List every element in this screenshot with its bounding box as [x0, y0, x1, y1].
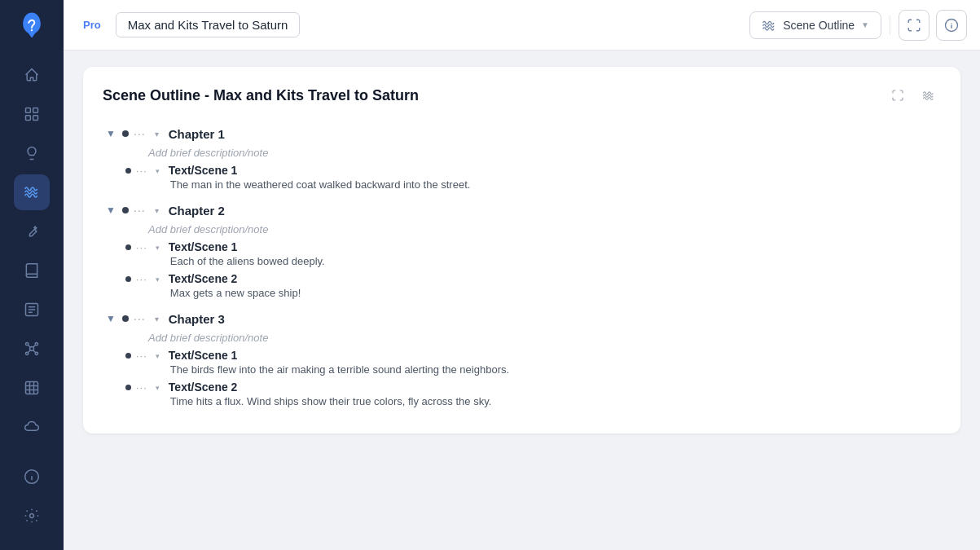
scene-outline-dropdown-button[interactable]: Scene Outline ▼ — [749, 11, 881, 39]
app-logo[interactable] — [16, 10, 47, 41]
scene-2-2-more-button[interactable]: ··· — [134, 273, 149, 285]
scene-3-1-label: Text/Scene 1 — [169, 349, 509, 362]
svg-point-0 — [31, 29, 33, 31]
topbar-divider — [890, 15, 890, 35]
svg-point-10 — [26, 343, 29, 345]
scene-3-1-more-button[interactable]: ··· — [134, 350, 149, 362]
scene-1-1-label: Text/Scene 1 — [169, 164, 471, 177]
scene-1-1-dot — [125, 168, 131, 174]
chapter-2-scene-2-row: ··· ▾ Text/Scene 2 Max gets a new space … — [103, 269, 941, 301]
chapter-3-dropdown-button[interactable]: ▾ — [151, 312, 164, 325]
sidebar-item-note[interactable] — [14, 292, 50, 328]
scene-2-1-text: Each of the aliens bowed deeply. — [169, 255, 325, 267]
svg-point-12 — [26, 352, 29, 354]
waves-icon — [762, 18, 776, 33]
svg-point-11 — [35, 343, 37, 345]
sidebar-item-book[interactable] — [14, 253, 50, 288]
scene-1-1-more-button[interactable]: ··· — [134, 165, 149, 177]
chapter-2-dropdown-button[interactable]: ▾ — [151, 204, 164, 217]
svg-line-16 — [29, 350, 31, 353]
chapter-3-collapse-button[interactable]: ▼ — [103, 310, 119, 327]
scene-3-2-content: Text/Scene 2 Time hits a flux. Wind ship… — [169, 381, 491, 407]
chapter-2-description[interactable]: Add brief description/note — [148, 223, 268, 235]
chapter-2-scene-1-row: ··· ▾ Text/Scene 1 Each of the aliens bo… — [103, 237, 941, 269]
chapter-3-scene-2-row: ··· ▾ Text/Scene 2 Time hits a flux. Win… — [103, 377, 941, 409]
dropdown-chevron-icon: ▼ — [861, 20, 869, 29]
chapter-3-label: Chapter 3 — [169, 312, 225, 326]
content-area: Scene Outline - Max and Kits Travel to S… — [64, 51, 980, 550]
card-header: Scene Outline - Max and Kits Travel to S… — [103, 83, 941, 108]
sidebar-item-nodes[interactable] — [14, 331, 50, 367]
sidebar-item-home[interactable] — [14, 57, 50, 93]
scene-3-1-dropdown-button[interactable]: ▾ — [152, 350, 164, 362]
outline-tree: ▼ ··· ▾ Chapter 1 Add brief description/… — [103, 122, 941, 409]
chapter-1-dropdown-button[interactable]: ▾ — [151, 127, 164, 140]
sidebar-item-pen[interactable] — [14, 213, 50, 249]
scene-2-1-dropdown-button[interactable]: ▾ — [152, 242, 164, 253]
chapter-1-collapse-button[interactable]: ▼ — [103, 125, 119, 142]
sidebar-item-settings[interactable] — [14, 498, 50, 534]
svg-point-13 — [35, 352, 37, 354]
chapter-1-dot — [122, 130, 129, 137]
chapter-1-more-button[interactable]: ··· — [132, 127, 147, 140]
scene-2-1-more-button[interactable]: ··· — [134, 241, 149, 253]
chapter-1-label: Chapter 1 — [169, 127, 225, 141]
info-button[interactable] — [936, 10, 967, 41]
sidebar-navigation — [14, 57, 50, 459]
sidebar — [0, 0, 64, 550]
chapter-1-scene-1-row: ··· ▾ Text/Scene 1 The man in the weathe… — [103, 161, 941, 192]
chapter-3-description-row: Add brief description/note — [103, 330, 941, 345]
chapter-3-more-button[interactable]: ··· — [132, 312, 147, 325]
scene-2-1-dot — [125, 244, 131, 250]
chapter-2-label: Chapter 2 — [169, 204, 225, 218]
document-title[interactable]: Max and Kits Travel to Saturn — [116, 12, 301, 37]
svg-line-17 — [33, 350, 36, 353]
scene-2-1-label: Text/Scene 1 — [169, 240, 325, 253]
svg-rect-18 — [26, 382, 38, 394]
chapter-row-2: ▼ ··· ▾ Chapter 2 — [103, 199, 941, 222]
chapter-2-description-row: Add brief description/note — [103, 222, 941, 237]
gap-2 — [103, 301, 941, 307]
scene-outline-label: Scene Outline — [783, 19, 855, 32]
scene-1-1-dropdown-button[interactable]: ▾ — [152, 165, 164, 177]
svg-rect-2 — [33, 108, 38, 113]
scene-1-1-content: Text/Scene 1 The man in the weathered co… — [169, 164, 471, 191]
gap-1 — [103, 192, 941, 199]
scene-3-2-dropdown-button[interactable]: ▾ — [152, 382, 164, 394]
sidebar-item-table[interactable] — [14, 370, 50, 406]
fullscreen-button[interactable] — [899, 10, 929, 41]
sidebar-item-waves[interactable] — [14, 174, 50, 210]
scene-2-2-label: Text/Scene 2 — [169, 272, 301, 285]
card-expand-button[interactable] — [886, 83, 910, 108]
scene-3-2-more-button[interactable]: ··· — [134, 381, 149, 394]
chapter-2-collapse-button[interactable]: ▼ — [103, 202, 119, 218]
scene-3-1-dot — [125, 353, 131, 359]
sidebar-item-cloud[interactable] — [14, 409, 50, 445]
sidebar-item-grid[interactable] — [14, 96, 50, 132]
svg-rect-4 — [33, 116, 38, 121]
card-waves-button[interactable] — [916, 83, 941, 108]
scene-3-1-text: The birds flew into the air making a ter… — [169, 363, 509, 376]
svg-line-15 — [33, 345, 36, 348]
chapter-3-description[interactable]: Add brief description/note — [148, 332, 268, 344]
scene-2-2-dropdown-button[interactable]: ▾ — [152, 274, 164, 285]
scene-1-1-text: The man in the weathered coat walked bac… — [169, 178, 471, 191]
card-title: Scene Outline - Max and Kits Travel to S… — [103, 87, 419, 104]
scene-2-2-text: Max gets a new space ship! — [169, 287, 301, 299]
scene-3-2-dot — [125, 385, 131, 390]
main-area: Pro Max and Kits Travel to Saturn Scene … — [64, 0, 980, 550]
sidebar-bottom — [14, 459, 50, 540]
sidebar-item-lightbulb[interactable] — [14, 135, 50, 171]
svg-point-26 — [30, 514, 34, 518]
chapter-1-description-row: Add brief description/note — [103, 145, 941, 161]
chapter-3-dot — [122, 315, 129, 322]
chapter-2-more-button[interactable]: ··· — [132, 204, 147, 217]
scene-outline-card: Scene Outline - Max and Kits Travel to S… — [83, 67, 960, 433]
chapter-row-3: ▼ ··· ▾ Chapter 3 — [103, 307, 941, 330]
scene-3-2-label: Text/Scene 2 — [169, 381, 491, 394]
svg-line-14 — [29, 345, 31, 348]
scene-3-1-content: Text/Scene 1 The birds flew into the air… — [169, 349, 509, 376]
chapter-1-description[interactable]: Add brief description/note — [148, 147, 268, 159]
sidebar-item-info[interactable] — [14, 459, 50, 495]
svg-rect-3 — [26, 116, 31, 121]
